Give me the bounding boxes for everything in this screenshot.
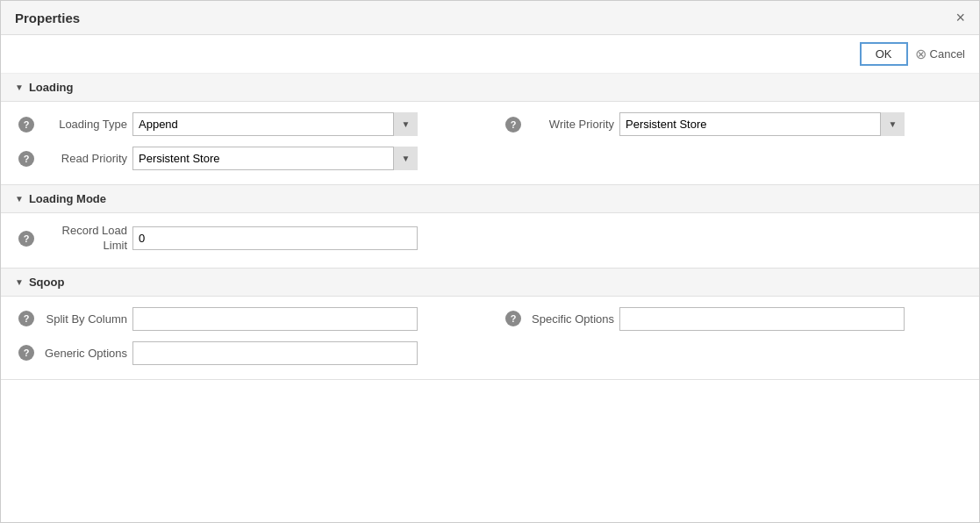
write-priority-label: Write Priority bbox=[526, 118, 614, 131]
properties-dialog: Properties × OK ⊗ Cancel ▼ Loading ? Loa… bbox=[0, 0, 980, 523]
write-priority-group: ? Write Priority Persistent Store Cache … bbox=[505, 112, 905, 136]
sqoop-chevron-icon: ▼ bbox=[15, 277, 24, 287]
dialog-title: Properties bbox=[15, 11, 80, 25]
read-priority-help-icon[interactable]: ? bbox=[18, 151, 34, 167]
loading-mode-section: ▼ Loading Mode ? Record Load Limit bbox=[1, 185, 979, 269]
record-load-limit-group: ? Record Load Limit bbox=[18, 224, 962, 254]
loading-type-label: Loading Type bbox=[39, 118, 127, 131]
read-priority-select-wrapper: Persistent Store Cache Memory ▼ bbox=[132, 147, 418, 170]
loading-row2: ? Read Priority Persistent Store Cache M… bbox=[18, 147, 962, 170]
cancel-icon: ⊗ bbox=[915, 46, 926, 62]
sqoop-row2: ? Generic Options bbox=[18, 341, 962, 365]
record-load-limit-help-icon[interactable]: ? bbox=[18, 231, 34, 247]
read-priority-select[interactable]: Persistent Store Cache Memory bbox=[132, 147, 418, 170]
loading-section-label: Loading bbox=[29, 81, 74, 94]
read-priority-group: ? Read Priority Persistent Store Cache M… bbox=[18, 147, 418, 170]
split-by-column-group: ? Split By Column bbox=[18, 307, 418, 331]
generic-options-input[interactable] bbox=[132, 341, 418, 365]
specific-options-input[interactable] bbox=[619, 307, 905, 331]
sqoop-section-body: ? Split By Column ? Specific Options ? G… bbox=[1, 297, 979, 379]
ok-button[interactable]: OK bbox=[860, 42, 908, 66]
title-bar: Properties × bbox=[1, 1, 979, 35]
loading-type-select-wrapper: Append Overwrite Merge ▼ bbox=[132, 112, 418, 136]
record-load-limit-input[interactable] bbox=[132, 226, 418, 250]
split-by-column-input[interactable] bbox=[132, 307, 418, 331]
loading-type-select[interactable]: Append Overwrite Merge bbox=[132, 112, 418, 136]
generic-options-help-icon[interactable]: ? bbox=[18, 345, 34, 361]
dialog-content: ▼ Loading ? Loading Type Append Overwrit… bbox=[1, 74, 979, 522]
specific-options-label: Specific Options bbox=[526, 312, 614, 326]
dialog-close-button[interactable]: × bbox=[955, 10, 965, 25]
record-load-limit-label: Record Load Limit bbox=[39, 224, 127, 254]
loading-section-body: ? Loading Type Append Overwrite Merge ▼ bbox=[1, 102, 979, 184]
loading-mode-section-header[interactable]: ▼ Loading Mode bbox=[1, 185, 979, 213]
split-by-column-help-icon[interactable]: ? bbox=[18, 311, 34, 326]
specific-options-help-icon[interactable]: ? bbox=[505, 311, 521, 326]
sqoop-section-header[interactable]: ▼ Sqoop bbox=[1, 269, 979, 297]
generic-options-label: Generic Options bbox=[39, 347, 127, 360]
loading-section-header[interactable]: ▼ Loading bbox=[1, 74, 979, 102]
toolbar: OK ⊗ Cancel bbox=[1, 35, 979, 74]
generic-options-group: ? Generic Options bbox=[18, 341, 418, 365]
loading-mode-section-body: ? Record Load Limit bbox=[1, 213, 979, 268]
specific-options-group: ? Specific Options bbox=[505, 307, 905, 331]
loading-row1: ? Loading Type Append Overwrite Merge ▼ bbox=[18, 112, 962, 136]
loading-section: ▼ Loading ? Loading Type Append Overwrit… bbox=[1, 74, 979, 185]
cancel-button[interactable]: ⊗ Cancel bbox=[915, 46, 965, 62]
read-priority-label: Read Priority bbox=[39, 152, 127, 165]
loading-type-group: ? Loading Type Append Overwrite Merge ▼ bbox=[18, 112, 418, 136]
loading-type-help-icon[interactable]: ? bbox=[18, 117, 34, 133]
loading-mode-chevron-icon: ▼ bbox=[15, 194, 24, 204]
cancel-label: Cancel bbox=[930, 47, 965, 61]
split-by-column-label: Split By Column bbox=[39, 312, 127, 326]
sqoop-section: ▼ Sqoop ? Split By Column ? Specific Opt… bbox=[1, 269, 979, 380]
sqoop-row1: ? Split By Column ? Specific Options bbox=[18, 307, 962, 331]
loading-mode-section-label: Loading Mode bbox=[29, 192, 106, 205]
write-priority-help-icon[interactable]: ? bbox=[505, 117, 521, 133]
write-priority-select[interactable]: Persistent Store Cache Memory bbox=[619, 112, 905, 136]
loading-chevron-icon: ▼ bbox=[15, 82, 24, 92]
write-priority-select-wrapper: Persistent Store Cache Memory ▼ bbox=[619, 112, 905, 136]
sqoop-section-label: Sqoop bbox=[29, 276, 64, 289]
